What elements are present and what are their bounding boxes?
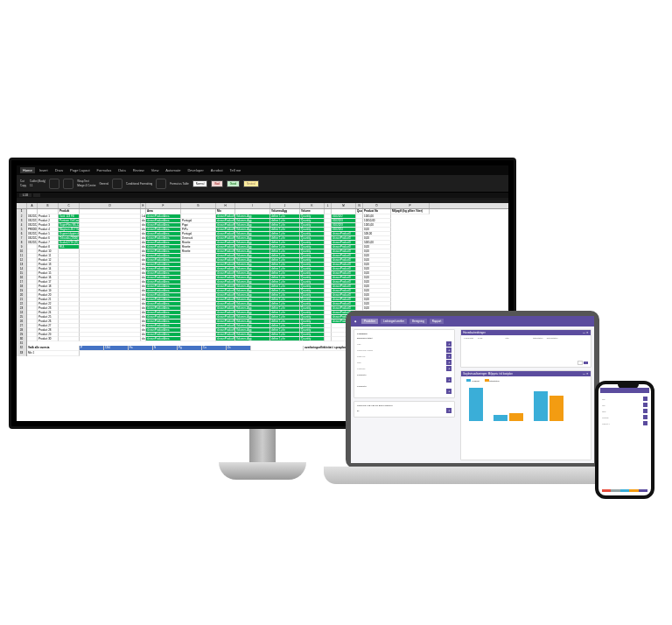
bold-icon[interactable] [49, 179, 60, 189]
add-button[interactable] [643, 397, 648, 401]
column-headers[interactable]: ABCDEFGHIJKLMNOP [17, 203, 508, 209]
align-group[interactable]: Wrap Text Merge & Centre [77, 179, 95, 187]
ribbon-tab-insert[interactable]: Insert [37, 167, 51, 173]
ribbon-tab-home[interactable]: Home [20, 167, 35, 173]
add-button[interactable]: + [446, 354, 452, 359]
card-heading: Produkter [357, 333, 452, 335]
app-tab[interactable]: Ledninger/smelter [381, 319, 407, 324]
chart-bar [469, 388, 483, 421]
chart-bar [550, 396, 564, 421]
app-tab[interactable]: Rapport [430, 319, 444, 324]
add-button[interactable] [643, 415, 648, 419]
form-field[interactable]: SuperFlex Redu+ [357, 348, 452, 353]
format-table-label: Format as Table [170, 182, 188, 186]
font-group[interactable]: Calibri (Body) 11 [30, 179, 46, 187]
add-button[interactable]: + [446, 366, 452, 371]
app-tab[interactable]: Beregning [410, 319, 427, 324]
excel-ribbon: Cut Copy Calibri (Body) 11 Wrap Text Mer… [17, 175, 508, 193]
ribbon-tab-page-layout[interactable]: Page Layout [67, 167, 92, 173]
ribbon-tab-review[interactable]: Review [130, 167, 147, 173]
monitor-stand [219, 429, 306, 490]
phone-field[interactable]: 1526 [602, 409, 648, 413]
ribbon-tab-developer[interactable]: Developer [185, 167, 206, 173]
clipboard-group[interactable]: Cut Copy [20, 179, 26, 187]
style-good[interactable]: Good [227, 180, 240, 187]
table-card: Hovedsutredninger▭ ✕ ProduktetTypelitret… [460, 329, 592, 368]
app-header: ◆ ProdukterLedninger/smelterBeregningRap… [351, 316, 594, 327]
product-2-label: Produkt 2 [357, 385, 452, 388]
ribbon-tab-draw[interactable]: Draw [52, 167, 66, 173]
chart-bar [494, 415, 508, 421]
phone-device: Søklake1526PortugalProdukt 1 [595, 381, 654, 499]
app-tabs[interactable]: ProdukterLedninger/smelterBeregningRappo… [361, 319, 444, 324]
ribbon-tab-formulas[interactable]: Formulas [94, 167, 115, 173]
product-1-label: Produkt 1 [357, 374, 452, 376]
add-button[interactable]: + [446, 408, 452, 413]
phone-field[interactable]: lake [602, 403, 648, 407]
ribbon-tab-automate[interactable]: Automate [163, 167, 183, 173]
phone-field[interactable]: Portugal [602, 415, 648, 419]
btn-right[interactable]: › [584, 362, 588, 364]
card-subheading: Beregning totalt [357, 337, 452, 340]
chart-bar [534, 391, 548, 421]
web-app: ◆ ProdukterLedninger/smelterBeregningRap… [351, 316, 594, 463]
app-logo-icon: ◆ [354, 320, 356, 323]
ribbon-tab-acrobat[interactable]: Acrobat [208, 167, 226, 173]
add-button[interactable]: + [446, 377, 452, 383]
add-button[interactable] [643, 403, 648, 407]
add-button[interactable]: + [446, 348, 452, 353]
card-controls[interactable]: ▭ ✕ [583, 331, 589, 334]
phone-app: Søklake1526PortugalProdukt 1 [600, 388, 649, 494]
phone-field[interactable]: Produkt 1 [602, 421, 648, 425]
align-icon[interactable] [63, 179, 74, 189]
chart-title: Søylevisualiseringer: Miljøpris i td kos… [463, 372, 513, 376]
style-bad[interactable]: Bad [211, 180, 222, 187]
card-controls[interactable]: ▭ ✕ [583, 372, 589, 376]
formula-bar[interactable] [33, 193, 40, 197]
number-group[interactable]: General [99, 182, 108, 186]
chart-card: Søylevisualiseringer: Miljøpris i td kos… [460, 370, 592, 460]
add-button[interactable] [643, 421, 648, 425]
name-box: L10 [19, 193, 32, 197]
app-tab[interactable]: Produkter [361, 319, 378, 324]
style-normal[interactable]: Normal [192, 180, 208, 187]
name-box-row[interactable]: L10 [17, 193, 508, 198]
add-button[interactable] [643, 409, 648, 413]
style-neutral[interactable]: Neutral [243, 180, 259, 187]
ribbon-tab-view[interactable]: View [149, 167, 162, 173]
excel-ribbon-tabs[interactable]: HomeInsertDrawPage LayoutFormulasDataRev… [17, 165, 508, 175]
form-field[interactable]: lake+ [357, 360, 452, 365]
form-card: Produkter Beregning totalt Søk+SuperFlex… [354, 329, 455, 398]
btn-left[interactable]: ‹ [578, 361, 584, 365]
selection-text: SuperFlex SB-123 Oil Bidun Nabavn [357, 404, 452, 407]
add-button[interactable]: + [446, 341, 452, 347]
form-field[interactable]: Søk+ [357, 341, 452, 347]
form-field[interactable]: Portugal+ [357, 366, 452, 371]
ribbon-tab-data[interactable]: Data [116, 167, 128, 173]
chart-bar [509, 413, 523, 421]
laptop-device: ◆ ProdukterLedninger/smelterBeregningRap… [324, 311, 621, 495]
phone-bottom-bar [602, 489, 648, 492]
phone-field[interactable]: Søk [602, 397, 648, 401]
selection-card: SuperFlex SB-123 Oil Bidun Nabavn Bi+ [354, 401, 455, 418]
format-table-icon[interactable] [156, 179, 166, 189]
ribbon-tab-tell-me[interactable]: Tell me [228, 167, 244, 173]
form-field[interactable]: 1526 g/L+ [357, 354, 452, 359]
add-button[interactable]: + [446, 360, 452, 365]
bar-chart [464, 383, 588, 423]
cond-format-icon[interactable] [112, 179, 122, 189]
add-button[interactable]: + [446, 389, 452, 394]
cond-format-label: Conditional Formatting [126, 182, 152, 186]
card-title: Hovedsutredninger [463, 331, 485, 334]
